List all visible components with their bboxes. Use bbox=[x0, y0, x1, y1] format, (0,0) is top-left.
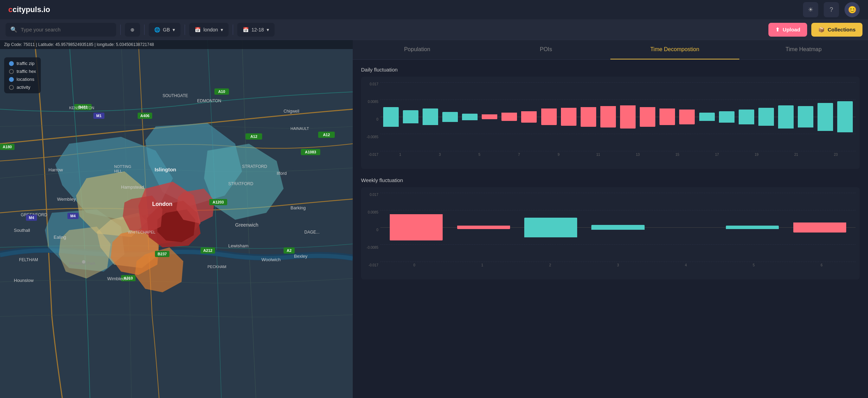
bar-negative bbox=[679, 110, 695, 124]
chevron-down-icon2: ▾ bbox=[221, 27, 223, 32]
bar-group bbox=[450, 193, 516, 262]
svg-text:HAINAULT: HAINAULT bbox=[290, 126, 309, 131]
location-filter-button[interactable]: ⊕ bbox=[125, 23, 140, 37]
search-bar: 🔍 ⊕ 🌐 GB ▾ 📅 london ▾ 📅 12-18 ▾ ⬆ Upload… bbox=[0, 19, 868, 40]
x-axis-label: 6 bbox=[788, 263, 856, 267]
country-filter-button[interactable]: 🌐 GB ▾ bbox=[149, 23, 181, 37]
x-axis-label: 17 bbox=[697, 153, 737, 157]
bar-positive bbox=[591, 225, 644, 230]
main-layout: Zip Code: 75011 | Latitude: 45.957985249… bbox=[0, 40, 868, 398]
search-input-wrap: 🔍 bbox=[6, 23, 116, 37]
x-axis-label: 15 bbox=[658, 153, 698, 157]
bar-negative bbox=[793, 222, 846, 233]
traffic-zip-dot bbox=[9, 61, 14, 66]
layer-locations[interactable]: locations bbox=[9, 77, 36, 82]
search-divider3 bbox=[185, 25, 185, 35]
layer-traffic-hex[interactable]: traffic hex bbox=[9, 69, 36, 74]
theme-button[interactable]: ☀ bbox=[803, 2, 818, 17]
bar-group bbox=[579, 82, 598, 151]
svg-text:Bexley: Bexley bbox=[294, 254, 308, 259]
x-axis-label: 3 bbox=[584, 263, 652, 267]
calendar-icon: 📅 bbox=[243, 27, 249, 32]
svg-text:PECKHAM: PECKHAM bbox=[207, 265, 226, 269]
svg-point-75 bbox=[82, 260, 85, 264]
daily-y4: 0.0085 bbox=[368, 100, 378, 104]
bar-group bbox=[697, 82, 717, 151]
bar-group bbox=[638, 82, 657, 151]
help-button[interactable]: ? bbox=[824, 2, 839, 17]
bar-group bbox=[737, 82, 756, 151]
x-axis-label: 1 bbox=[448, 263, 516, 267]
activity-label: activity bbox=[17, 85, 30, 90]
location-icon: ⊕ bbox=[130, 27, 135, 32]
upload-label: Upload bbox=[783, 27, 800, 32]
bar-negative bbox=[581, 107, 596, 127]
map-container[interactable]: Zip Code: 75011 | Latitude: 45.957985249… bbox=[0, 40, 353, 398]
bar-positive bbox=[719, 111, 735, 123]
map-coordinates: Zip Code: 75011 | Latitude: 45.957985249… bbox=[4, 42, 154, 47]
daily-y2: -0.0085 bbox=[367, 135, 378, 139]
bar-group bbox=[421, 82, 440, 151]
x-axis-label: 7 bbox=[499, 153, 539, 157]
tab-time-heatmap[interactable]: Time Heatmap bbox=[739, 40, 868, 59]
svg-text:A212: A212 bbox=[203, 248, 212, 253]
svg-text:Wimbledon: Wimbledon bbox=[107, 276, 130, 281]
header: ccitypuls.io ☀ ? 😊 bbox=[0, 0, 868, 19]
svg-text:A1083: A1083 bbox=[305, 150, 316, 154]
bar-positive bbox=[699, 113, 715, 121]
bar-group bbox=[440, 82, 460, 151]
svg-text:DAGE...: DAGE... bbox=[304, 230, 320, 235]
right-panel: Population POIs Time Decompostion Time H… bbox=[353, 40, 868, 398]
city-filter-button[interactable]: 📅 london ▾ bbox=[189, 23, 229, 37]
bar-group bbox=[796, 82, 815, 151]
date-filter-button[interactable]: 📅 12-18 ▾ bbox=[237, 23, 275, 37]
x-axis-label: 2 bbox=[516, 263, 584, 267]
svg-text:EDMONTON: EDMONTON bbox=[197, 98, 221, 103]
layer-activity[interactable]: activity bbox=[9, 85, 36, 90]
bar-negative bbox=[620, 105, 636, 129]
country-value: GB bbox=[163, 27, 170, 32]
tab-time-decomposition[interactable]: Time Decompostion bbox=[610, 40, 739, 59]
search-input[interactable] bbox=[21, 27, 111, 32]
bar-positive bbox=[524, 218, 577, 237]
daily-y5: 0.017 bbox=[370, 82, 378, 86]
collections-button[interactable]: 📦 Collections bbox=[811, 23, 862, 37]
daily-y1: -0.017 bbox=[369, 153, 378, 157]
x-axis-label: 1 bbox=[380, 153, 420, 157]
bar-group bbox=[816, 82, 835, 151]
svg-text:Ealing: Ealing bbox=[54, 235, 66, 240]
collections-icon: 📦 bbox=[818, 27, 825, 33]
bar-group bbox=[539, 82, 558, 151]
traffic-hex-toggle bbox=[9, 69, 14, 74]
tab-pois[interactable]: POIs bbox=[482, 40, 611, 59]
bar-group bbox=[717, 82, 736, 151]
bar-negative bbox=[561, 108, 576, 126]
svg-text:FELTHAM: FELTHAM bbox=[19, 257, 38, 262]
svg-text:Barking: Barking bbox=[290, 205, 306, 210]
svg-text:WHITECHAPEL: WHITECHAPEL bbox=[128, 230, 155, 234]
bar-negative bbox=[541, 108, 557, 125]
bar-positive bbox=[758, 108, 774, 126]
search-icon: 🔍 bbox=[10, 26, 17, 33]
x-axis-label: 13 bbox=[618, 153, 658, 157]
bar-positive bbox=[739, 110, 754, 124]
svg-text:SOUTHGATE: SOUTHGATE bbox=[163, 93, 188, 98]
tab-population[interactable]: Population bbox=[353, 40, 482, 59]
map-svg[interactable]: B461 M1 A406 A12 A12 A1083 A10 A1203 B23… bbox=[0, 40, 353, 398]
bar-group bbox=[652, 193, 718, 262]
upload-button[interactable]: ⬆ Upload bbox=[768, 23, 807, 37]
daily-y3: 0 bbox=[376, 117, 378, 121]
x-axis-label: 11 bbox=[579, 153, 618, 157]
x-axis-label: 0 bbox=[380, 263, 448, 267]
city-value: london bbox=[203, 27, 218, 32]
svg-text:A1203: A1203 bbox=[213, 200, 224, 204]
bar-group bbox=[381, 82, 400, 151]
layer-traffic-zip[interactable]: traffic zip bbox=[9, 61, 36, 66]
avatar[interactable]: 😊 bbox=[844, 2, 860, 17]
bar-positive bbox=[462, 114, 478, 120]
weekly-y2: -0.0085 bbox=[367, 246, 378, 249]
bar-positive bbox=[818, 103, 833, 131]
svg-text:A10: A10 bbox=[218, 89, 225, 94]
globe-icon: 🌐 bbox=[154, 27, 160, 32]
svg-text:M1: M1 bbox=[96, 114, 101, 118]
